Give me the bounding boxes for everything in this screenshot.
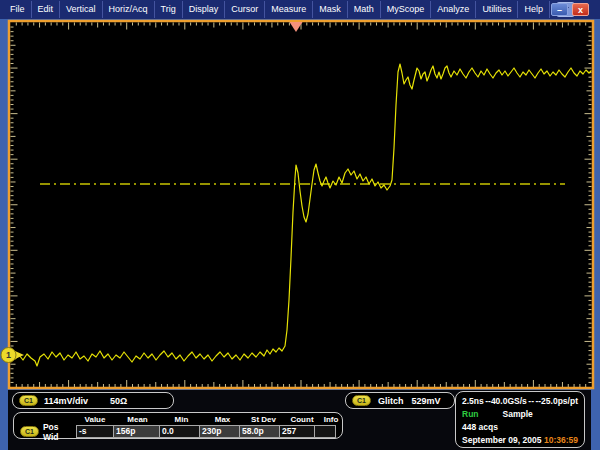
menu-item-display[interactable]: Display xyxy=(183,1,226,18)
menu-item-trig[interactable]: Trig xyxy=(155,1,183,18)
meas-header-st-dev: St Dev xyxy=(243,415,284,424)
meas-header-max: Max xyxy=(202,415,243,424)
time: 10:36:59 xyxy=(544,434,578,447)
resolution: --25.0ps/pt xyxy=(535,395,578,408)
channel1-marker-label: 1 xyxy=(6,350,11,360)
menu-item-help[interactable]: Help xyxy=(518,1,550,18)
menu-item-measure[interactable]: Measure xyxy=(265,1,313,18)
measurement-row[interactable]: C1Pos Wid-s156p0.0230p58.0p257 xyxy=(16,425,342,438)
meas-header-count: Count xyxy=(284,415,320,424)
menu-item-edit[interactable]: Edit xyxy=(32,1,61,18)
sample-rate: --40.0GS/s xyxy=(485,395,527,408)
meas-cell-count: 257 xyxy=(279,425,315,438)
menu-item-file[interactable]: File xyxy=(4,1,32,18)
menu-item-horiz-acq[interactable]: Horiz/Acq xyxy=(103,1,155,18)
menu-item-myscope[interactable]: MyScope xyxy=(381,1,432,18)
menu-item-cursor[interactable]: Cursor xyxy=(225,1,265,18)
measurement-label: C1Pos Wid xyxy=(16,422,76,442)
meas-cell-mean: 156p xyxy=(113,425,160,438)
measurement-headers: ValueMeanMinMaxSt DevCountInfo xyxy=(76,414,342,425)
acquisition-count: 448 acqs xyxy=(462,421,498,434)
measurement-source-badge: C1 xyxy=(20,426,39,437)
acquisition-readout: 2.5ns --40.0GS/s -- --25.0ps/pt Run Samp… xyxy=(455,391,585,448)
trigger-type: Glitch xyxy=(378,396,404,406)
acquisition-mode: Sample xyxy=(503,408,533,421)
run-state: Run xyxy=(462,408,479,421)
meas-cell-info xyxy=(314,425,336,438)
menu-item-analyze[interactable]: Analyze xyxy=(431,1,476,18)
datetime-row: September 09, 2005 10:36:59 xyxy=(462,434,578,447)
meas-header-info: Info xyxy=(320,415,342,424)
graticule-frame xyxy=(9,21,593,388)
meas-cell-min: 0.0 xyxy=(159,425,200,438)
channel1-badge: C1 xyxy=(19,395,38,406)
trigger-readout[interactable]: C1 Glitch 529mV xyxy=(345,392,455,409)
menu-item-utilities[interactable]: Utilities xyxy=(476,1,518,18)
meas-header-value: Value xyxy=(76,415,114,424)
waveform-display[interactable]: 1 xyxy=(0,19,600,390)
readout-panel: C1 114mV/div 50Ω C1 Glitch 529mV 2.5ns -… xyxy=(8,390,591,450)
acquisition-count-row: 448 acqs xyxy=(462,421,578,434)
timebase: 2.5ns xyxy=(462,395,484,408)
meas-cell-max: 230p xyxy=(199,425,240,438)
trigger-source-badge: C1 xyxy=(352,395,371,406)
menu-bar: FileEditVerticalHoriz/AcqTrigDisplayCurs… xyxy=(0,0,600,19)
meas-cell-value: -s xyxy=(76,425,114,438)
date: September 09, 2005 xyxy=(462,434,541,447)
channel1-readout[interactable]: C1 114mV/div 50Ω xyxy=(12,392,174,409)
horizontal-readout: 2.5ns --40.0GS/s -- --25.0ps/pt xyxy=(462,395,578,408)
trigger-level-value: 529mV xyxy=(411,396,440,406)
acquisition-state-row: Run Sample xyxy=(462,408,578,421)
measurement-rows: C1Pos Wid-s156p0.0230p58.0p257 xyxy=(16,425,342,438)
meas-header-mean: Mean xyxy=(114,415,161,424)
close-button[interactable]: x xyxy=(572,3,589,16)
meas-header-min: Min xyxy=(161,415,202,424)
menu-item-mask[interactable]: Mask xyxy=(313,1,348,18)
measurement-table: ValueMeanMinMaxSt DevCountInfo C1Pos Wid… xyxy=(13,412,343,439)
screen: { "window": { "minimize_label": "–", "cl… xyxy=(0,0,600,450)
meas-cell-st-dev: 58.0p xyxy=(239,425,280,438)
menu-item-math[interactable]: Math xyxy=(348,1,381,18)
menu-items: FileEditVerticalHoriz/AcqTrigDisplayCurs… xyxy=(4,1,550,18)
channel1-scale: 114mV/div xyxy=(44,396,88,406)
minimize-button[interactable]: – xyxy=(551,3,568,16)
horizontal-separator: -- xyxy=(528,395,534,408)
menu-item-vertical[interactable]: Vertical xyxy=(60,1,103,18)
measurement-name: Pos Wid xyxy=(43,422,76,442)
channel1-termination: 50Ω xyxy=(110,396,127,406)
